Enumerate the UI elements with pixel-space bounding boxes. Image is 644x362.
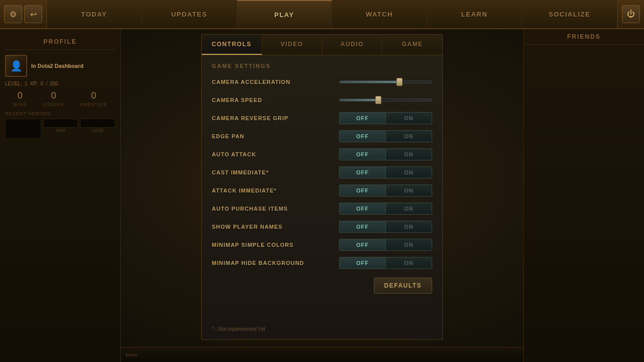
settings-tabs: CONTROLS VIDEO AUDIO GAME: [202, 35, 442, 55]
camera-speed-label: CAMERA SPEED: [212, 97, 262, 103]
auto_purchase_items-on-btn[interactable]: ON: [386, 203, 432, 214]
minimap_simple_colors-on-btn[interactable]: ON: [386, 239, 432, 250]
top-navigation: ⚙ ↩ TODAY UPDATES PLAY WATCH LEARN SOCIA…: [0, 0, 644, 29]
camera_reverse_grip-toggle[interactable]: OFFON: [339, 112, 432, 124]
cast_immediate-on-btn[interactable]: ON: [386, 167, 432, 178]
settings-icon[interactable]: ⚙: [4, 5, 22, 23]
profile-panel: PROFILE 👤 In Dota2 Dashboard LEVEL: 1 XP…: [0, 29, 121, 362]
main-panel: CONTROLS VIDEO AUDIO GAME GAME SETTINGS …: [121, 29, 523, 362]
auto_attack-on-btn[interactable]: ON: [386, 149, 432, 160]
toggle-row-camera_reverse_grip: CAMERA REVERSE GRIPOFFON: [212, 111, 432, 125]
camera-acceleration-slider[interactable]: [339, 80, 432, 83]
camera-speed-slider[interactable]: [339, 99, 432, 102]
show_player_names-on-btn[interactable]: ON: [386, 221, 432, 232]
hero-slot-lose: LOSE: [80, 119, 115, 139]
slider-thumb-2[interactable]: [375, 96, 381, 104]
back-icon[interactable]: ↩: [24, 5, 42, 23]
slider-track: [339, 80, 432, 83]
toggle-row-edge_pan: EDGE PANOFFON: [212, 129, 432, 143]
toggle-row-minimap_hide_background: MINIMAP HIDE BACKGROUNDOFFON: [212, 256, 432, 270]
tab-controls[interactable]: CONTROLS: [202, 35, 262, 55]
wins-label: WINS: [13, 102, 27, 107]
toggle-row-auto_attack: AUTO ATTACKOFFON: [212, 147, 432, 161]
toggle-row-cast_immediate: CAST IMMEDIATE*OFFON: [212, 165, 432, 179]
nav-tab-watch[interactable]: WATCH: [332, 0, 427, 28]
edge_pan-off-btn[interactable]: OFF: [340, 131, 386, 142]
losses-label: LOSSES: [43, 102, 64, 107]
hero-slot-win: WIN: [43, 119, 78, 139]
losses-value: 0: [43, 90, 64, 101]
settings-window: CONTROLS VIDEO AUDIO GAME GAME SETTINGS …: [201, 34, 443, 340]
camera_reverse_grip-label: CAMERA REVERSE GRIP: [212, 115, 288, 121]
camera-speed-row: CAMERA SPEED: [212, 93, 432, 107]
level-value: 1: [25, 81, 28, 86]
power-icon[interactable]: ⏻: [622, 5, 640, 23]
losses-stat: 0 LOSSES: [43, 90, 64, 107]
top-bar-left-icons: ⚙ ↩: [0, 0, 47, 28]
cast_immediate-toggle[interactable]: OFFON: [339, 166, 432, 178]
camera-acceleration-label: CAMERA ACCELERATION: [212, 79, 290, 85]
level-bar: LEVEL: 1 XP: 0 / 200: [5, 81, 115, 86]
nav-tab-play[interactable]: PLAY: [237, 0, 332, 28]
slider-thumb[interactable]: [396, 78, 403, 86]
footnote: * - Not Implemented Yet: [212, 326, 432, 332]
minimap_hide_background-off-btn[interactable]: OFF: [340, 257, 386, 268]
nav-tab-updates[interactable]: UPDATES: [142, 0, 237, 28]
tab-game[interactable]: GAME: [382, 35, 442, 55]
xp-separator: /: [46, 81, 47, 86]
xp-value: 0: [41, 81, 44, 86]
nav-tabs: TODAY UPDATES PLAY WATCH LEARN SOCIALIZE: [47, 0, 617, 28]
camera_reverse_grip-on-btn[interactable]: ON: [386, 113, 432, 124]
toggle-row-show_player_names: SHOW PLAYER NAMESOFFON: [212, 220, 432, 234]
show_player_names-toggle[interactable]: OFFON: [339, 221, 432, 233]
toggle-row-minimap_simple_colors: MINIMAP SIMPLE COLORSOFFON: [212, 238, 432, 252]
stat-row: 0 WINS 0 LOSSES 0 PRESTIGE: [5, 90, 115, 107]
auto_purchase_items-toggle[interactable]: OFFON: [339, 203, 432, 215]
auto_attack-off-btn[interactable]: OFF: [340, 149, 386, 160]
profile-title: PROFILE: [5, 34, 115, 50]
cast_immediate-off-btn[interactable]: OFF: [340, 167, 386, 178]
dota-badge: DotA: [126, 352, 138, 357]
level-label: LEVEL:: [5, 81, 22, 86]
defaults-row: DEFAULTS: [212, 278, 432, 294]
xp-max: 200: [50, 81, 58, 86]
nav-tab-socialize[interactable]: SOCIALIZE: [522, 0, 617, 28]
tab-video[interactable]: VIDEO: [262, 35, 323, 55]
slider-fill-2: [340, 99, 378, 101]
auto_attack-label: AUTO ATTACK: [212, 151, 256, 157]
auto_purchase_items-off-btn[interactable]: OFF: [340, 203, 386, 214]
top-bar-right-icons: ⏻: [617, 0, 644, 28]
slider-track-2: [339, 99, 432, 102]
edge_pan-toggle[interactable]: OFFON: [339, 130, 432, 142]
attack_immediate-toggle[interactable]: OFFON: [339, 185, 432, 197]
prestige-label: PRESTIGE: [80, 102, 107, 107]
toggle-row-auto_purchase_items: AUTO PURCHASE ITEMSOFFON: [212, 202, 432, 216]
minimap_hide_background-toggle[interactable]: OFFON: [339, 257, 432, 269]
section-title: GAME SETTINGS: [212, 63, 432, 69]
avatar: 👤: [5, 55, 27, 77]
prestige-value: 0: [80, 90, 107, 101]
friends-panel: FRIENDS: [523, 29, 644, 362]
edge_pan-label: EDGE PAN: [212, 133, 245, 139]
defaults-button[interactable]: DEFAULTS: [374, 278, 432, 294]
recent-heroes-slots: WIN LOSE: [5, 119, 115, 139]
spacer: [212, 296, 432, 321]
minimap_hide_background-on-btn[interactable]: ON: [386, 257, 432, 268]
edge_pan-on-btn[interactable]: ON: [386, 131, 432, 142]
show_player_names-off-btn[interactable]: OFF: [340, 221, 386, 232]
minimap_simple_colors-toggle[interactable]: OFFON: [339, 239, 432, 251]
nav-tab-today[interactable]: TODAY: [47, 0, 142, 28]
toggle-row-attack_immediate: ATTACK IMMEDIATE*OFFON: [212, 184, 432, 198]
hero-slot: [5, 119, 41, 139]
attack_immediate-on-btn[interactable]: ON: [386, 185, 432, 196]
minimap_simple_colors-off-btn[interactable]: OFF: [340, 239, 386, 250]
friends-title: FRIENDS: [524, 29, 644, 45]
camera_reverse_grip-off-btn[interactable]: OFF: [340, 113, 386, 124]
cast_immediate-label: CAST IMMEDIATE*: [212, 169, 269, 175]
attack_immediate-off-btn[interactable]: OFF: [340, 185, 386, 196]
auto_attack-toggle[interactable]: OFFON: [339, 148, 432, 160]
tab-audio[interactable]: AUDIO: [323, 35, 383, 55]
nav-tab-learn[interactable]: LEARN: [427, 0, 522, 28]
bottom-bar: DotA: [121, 347, 523, 362]
toggle-rows: CAMERA REVERSE GRIPOFFONEDGE PANOFFONAUT…: [212, 111, 432, 270]
